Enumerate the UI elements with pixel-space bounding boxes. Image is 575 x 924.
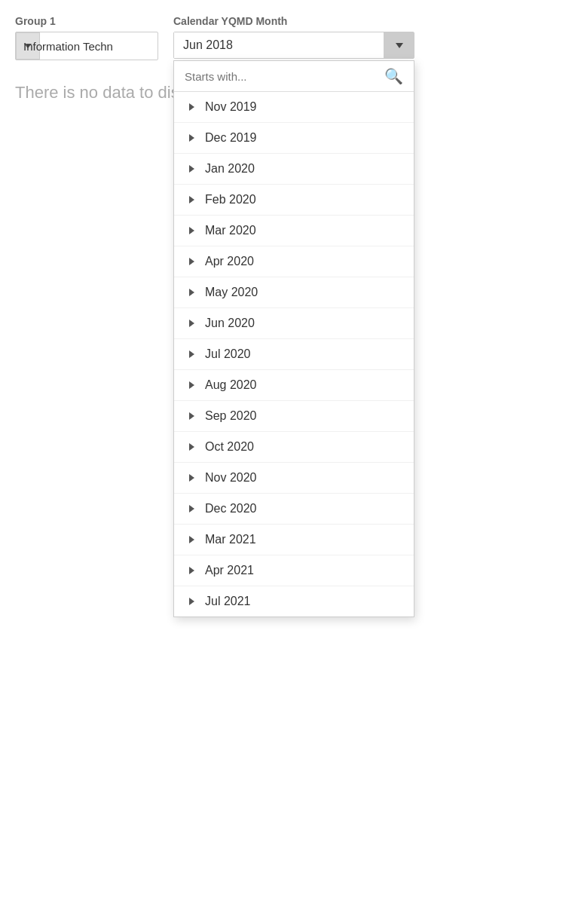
dropdown-item-label: Aug 2020 [205,378,257,392]
calendar-dropdown-panel: 🔍 Nov 2019Dec 2019Jan 2020Feb 2020Mar 20… [173,60,414,617]
chevron-right-icon [189,103,194,111]
dropdown-item[interactable]: Nov 2019 [174,92,414,123]
calendar-selected-value: Jun 2018 [174,32,384,58]
dropdown-item-label: Jun 2020 [205,317,255,330]
dropdown-item-label: Dec 2020 [205,502,257,516]
dropdown-item[interactable]: May 2020 [174,277,414,308]
dropdown-item-label: Sep 2020 [205,409,257,423]
chevron-right-icon [189,134,194,142]
dropdown-item-label: Mar 2020 [205,224,256,237]
dropdown-item[interactable]: Mar 2021 [174,525,414,555]
dropdown-item-label: Jan 2020 [205,162,255,176]
chevron-right-icon [189,443,194,451]
dropdown-item[interactable]: Sep 2020 [174,401,414,432]
dropdown-item-label: Nov 2019 [205,100,257,114]
group1-filter: Group 1 Information Techn Information Te… [15,15,158,60]
calendar-label: Calendar YQMD Month [173,15,414,27]
group1-select-wrapper[interactable]: Information Techn Information Techn [15,32,158,60]
dropdown-item[interactable]: Nov 2020 [174,463,414,494]
dropdown-item[interactable]: Jun 2020 [174,308,414,339]
dropdown-item-label: Nov 2020 [205,471,257,485]
dropdown-item[interactable]: Oct 2020 [174,432,414,463]
chevron-right-icon [189,598,194,605]
dropdown-item-label: Oct 2020 [205,440,254,454]
dropdown-item-label: Mar 2021 [205,533,256,546]
chevron-right-icon [189,474,194,482]
dropdown-item[interactable]: Mar 2020 [174,216,414,246]
chevron-right-icon [189,320,194,327]
dropdown-item-label: Apr 2020 [205,255,254,268]
chevron-right-icon [189,227,194,234]
group1-label: Group 1 [15,15,158,27]
dropdown-search-area: 🔍 [174,61,414,92]
chevron-right-icon [189,567,194,574]
chevron-right-icon [189,196,194,203]
dropdown-item[interactable]: Dec 2020 [174,494,414,525]
dropdown-item-label: May 2020 [205,286,258,299]
calendar-arrow-icon [396,43,403,48]
calendar-dropdown-button[interactable] [384,32,414,58]
dropdown-item-label: Apr 2021 [205,564,254,577]
search-icon: 🔍 [384,69,403,84]
dropdown-item[interactable]: Apr 2021 [174,555,414,586]
chevron-right-icon [189,258,194,265]
dropdown-item[interactable]: Dec 2019 [174,123,414,154]
chevron-right-icon [189,350,194,358]
dropdown-item[interactable]: Jul 2020 [174,339,414,370]
dropdown-item[interactable]: Feb 2020 [174,185,414,216]
dropdown-item[interactable]: Jul 2021 [174,586,414,617]
calendar-filter: Calendar YQMD Month Jun 2018 🔍 Nov 2019D… [173,15,414,59]
dropdown-item[interactable]: Apr 2020 [174,246,414,277]
dropdown-item-label: Jul 2021 [205,595,251,608]
filters-row: Group 1 Information Techn Information Te… [15,15,560,60]
dropdown-item-label: Feb 2020 [205,193,256,207]
dropdown-item[interactable]: Jan 2020 [174,154,414,185]
chevron-right-icon [189,505,194,512]
chevron-right-icon [189,536,194,543]
chevron-right-icon [189,165,194,173]
chevron-right-icon [189,381,194,389]
dropdown-search-input[interactable] [185,70,378,83]
calendar-select-box[interactable]: Jun 2018 [173,32,414,59]
page-container: Group 1 Information Techn Information Te… [0,0,575,924]
dropdown-list: Nov 2019Dec 2019Jan 2020Feb 2020Mar 2020… [174,92,414,617]
dropdown-item-label: Dec 2019 [205,131,257,145]
dropdown-item[interactable]: Aug 2020 [174,370,414,401]
dropdown-item-label: Jul 2020 [205,347,251,361]
chevron-right-icon [189,412,194,420]
chevron-right-icon [189,289,194,296]
